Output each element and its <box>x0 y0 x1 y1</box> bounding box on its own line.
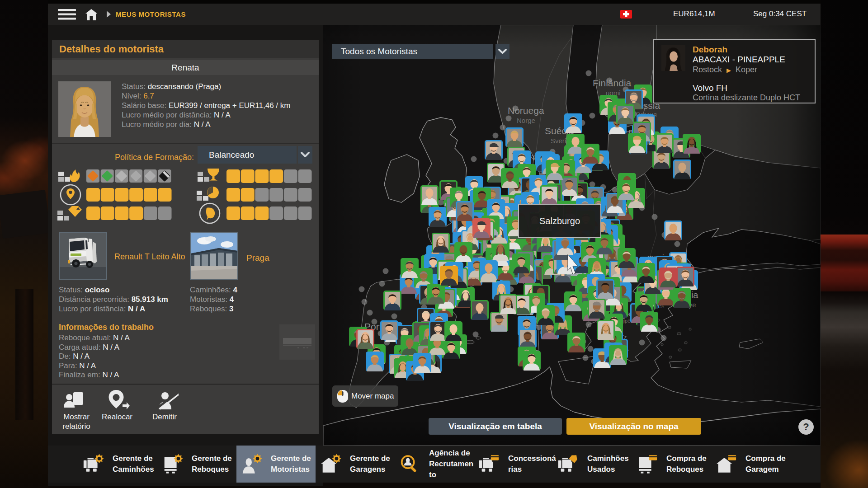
svg-text:Norge: Norge <box>517 117 535 124</box>
